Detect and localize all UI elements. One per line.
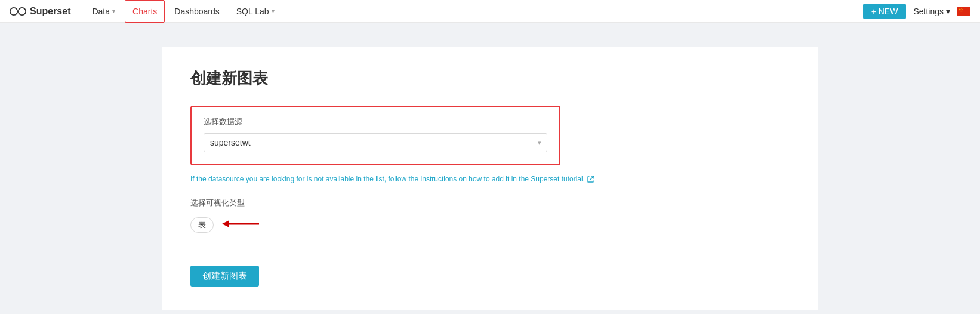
svg-point-1 (19, 7, 26, 14)
main-content: 创建新图表 选择数据源 supersetwt ▾ If the datasour… (0, 23, 980, 314)
create-chart-card: 创建新图表 选择数据源 supersetwt ▾ If the datasour… (162, 47, 818, 310)
arrow-indicator-icon (217, 216, 265, 234)
viz-type-row: 表 (190, 216, 790, 234)
svg-point-0 (10, 7, 17, 14)
page-title: 创建新图表 (190, 68, 790, 89)
nav-item-charts[interactable]: Charts (125, 0, 165, 23)
data-caret-icon: ▾ (112, 8, 115, 14)
nav-item-dashboards[interactable]: Dashboards (167, 0, 227, 23)
datasource-select-wrapper: supersetwt ▾ (204, 133, 547, 152)
navbar: Superset Data ▾ Charts Dashboards SQL La… (0, 0, 980, 23)
external-link-icon[interactable] (587, 176, 594, 183)
nav-menu: Data ▾ Charts Dashboards SQL Lab ▾ (85, 0, 862, 23)
logo-text: Superset (30, 6, 70, 17)
navbar-right: + NEW Settings ▾ (863, 4, 970, 19)
new-button[interactable]: + NEW (863, 4, 907, 19)
logo-icon (10, 6, 26, 17)
viz-type-selected-label: 表 (198, 220, 206, 230)
datasource-select[interactable]: supersetwt (204, 133, 547, 152)
datasource-label: 选择数据源 (204, 116, 547, 127)
app-logo[interactable]: Superset (10, 6, 70, 17)
viz-type-label: 选择可视化类型 (190, 198, 790, 208)
nav-item-sqllab[interactable]: SQL Lab ▾ (229, 0, 282, 23)
viz-type-selected[interactable]: 表 (190, 217, 214, 233)
nav-item-data[interactable]: Data ▾ (85, 0, 122, 23)
settings-menu[interactable]: Settings ▾ (913, 7, 950, 16)
create-chart-button[interactable]: 创建新图表 (190, 266, 259, 287)
datasource-hint: If the datasource you are looking for is… (190, 175, 668, 183)
viz-type-section: 选择可视化类型 表 (190, 198, 790, 234)
settings-caret-icon: ▾ (946, 7, 950, 16)
language-flag-icon[interactable] (957, 7, 970, 16)
section-divider (190, 251, 790, 251)
sqllab-caret-icon: ▾ (272, 8, 275, 14)
svg-rect-2 (957, 7, 970, 16)
svg-marker-9 (222, 220, 229, 227)
datasource-section: 选择数据源 supersetwt ▾ (190, 106, 560, 165)
hint-text-content: If the datasource you are looking for is… (190, 175, 585, 183)
